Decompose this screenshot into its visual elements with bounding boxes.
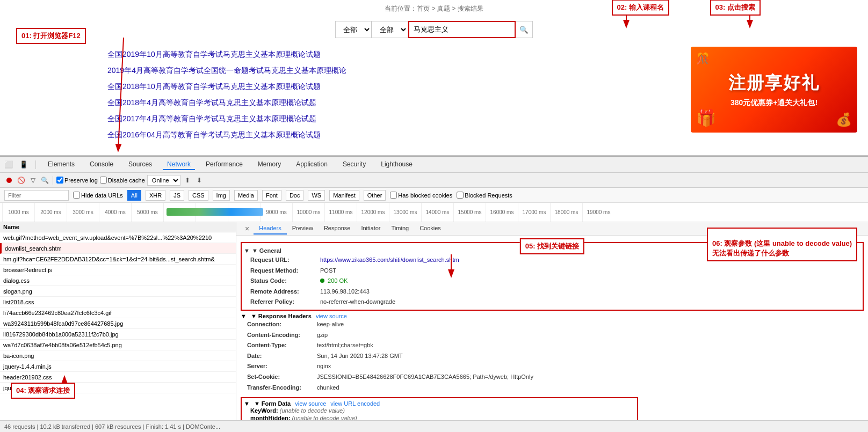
network-row[interactable]: dialog.css	[0, 275, 236, 286]
tab-performance[interactable]: Performance	[201, 159, 247, 170]
form-data-header: ▼ ▼ Form Data view source view URL encod…	[244, 400, 635, 407]
request-url-label: Request URL:	[250, 255, 320, 265]
resp-header-row: Transfer-Encoding: chunked	[241, 383, 864, 393]
resp-header-row: Content-Encoding: gzip	[241, 330, 864, 341]
hide-data-urls-checkbox[interactable]	[73, 192, 80, 199]
network-row-name: list2018.css	[3, 299, 233, 305]
result-item[interactable]: 全国2019年10月高等教育自学考试马克思主义基本原理概论试题	[107, 47, 750, 63]
filter-manifest-btn[interactable]: Manifest	[329, 190, 359, 201]
details-tab-timing[interactable]: Timing	[386, 223, 415, 235]
filter-js-btn[interactable]: JS	[170, 190, 184, 201]
resp-key: Set-Cookie:	[247, 372, 317, 382]
network-row-name: jquery-1.4.4.min.js	[3, 363, 233, 370]
filter-ws-btn[interactable]: WS	[308, 190, 325, 201]
network-row[interactable]: li816729300db84bb1a000a52311f2c7b0.jpg	[0, 329, 236, 340]
network-row[interactable]: jquery-1.4.4.min.js	[0, 361, 236, 372]
network-row[interactable]: ba-icon.png	[0, 350, 236, 361]
category-select-2[interactable]: 全部	[372, 21, 408, 38]
preserve-log-checkbox[interactable]	[56, 177, 63, 184]
disable-cache-checkbox[interactable]	[100, 177, 107, 184]
network-row-name: ba-icon.png	[3, 353, 233, 359]
result-item[interactable]: 全国2017年4月高等教育自学考试马克思主义基本原理概论试题	[107, 111, 750, 127]
filter-font-btn[interactable]: Font	[262, 190, 281, 201]
resp-val: gzip	[317, 331, 328, 340]
network-row[interactable]: header201902.css	[0, 372, 236, 383]
network-row[interactable]: hm.gif?hca=CE62FE2DDDAB312D&cc=1&ck=1&cl…	[0, 254, 236, 265]
network-toolbar: 🚫 ▽ 🔍 Preserve log Disable cache Online …	[0, 173, 868, 188]
tick: 5000 ms	[131, 203, 163, 222]
separator	[53, 176, 53, 185]
tab-sources[interactable]: Sources	[124, 159, 156, 170]
filter-input[interactable]	[4, 190, 69, 201]
details-tab-response[interactable]: Response	[319, 223, 356, 235]
filter-xhr-btn[interactable]: XHR	[146, 190, 165, 201]
export-icon[interactable]: ⬇	[194, 175, 204, 185]
network-row[interactable]: wa3924311b599b48fca0d97ce864427685.jpg	[0, 318, 236, 329]
search-icon[interactable]: 🔍	[40, 175, 49, 185]
category-select-1[interactable]: 全部	[335, 21, 372, 38]
tab-elements[interactable]: Elements	[44, 159, 79, 170]
filter-icon[interactable]: ▽	[28, 175, 38, 185]
search-button[interactable]: 🔍	[516, 21, 533, 38]
form-data-row: monthHidden: (unable to decode value)	[244, 414, 635, 420]
result-item[interactable]: 全国2018年10月高等教育自学考试马克思主义基本原理概论试题	[107, 79, 750, 95]
filter-other-btn[interactable]: Other	[364, 190, 386, 201]
tab-lighthouse[interactable]: Lighthouse	[377, 159, 417, 170]
network-row[interactable]: li74accb66e232469c80ea27fcfc6fc3c4.gif	[0, 307, 236, 318]
triangle-icon: ▼	[241, 313, 247, 319]
network-row[interactable]: list2018.css	[0, 297, 236, 307]
result-item[interactable]: 全国2018年4月高等教育自学考试马克思主义基本原理概论试题	[107, 95, 750, 111]
search-input[interactable]: 马克思主义	[408, 21, 516, 38]
tab-console[interactable]: Console	[85, 159, 118, 170]
filter-all-btn[interactable]: All	[127, 190, 141, 201]
network-row-name: downlist_search.shtm	[5, 245, 233, 252]
result-item[interactable]: 全国2016年04月高等教育自学考试马克思主义基本原理概论试题	[107, 127, 750, 143]
view-source-link[interactable]: view source	[316, 313, 347, 319]
network-row-name: hm.gif?hca=CE62FE2DDDAB312D&cc=1&ck=1&cl…	[3, 256, 233, 262]
device-icon[interactable]: 📱	[19, 160, 28, 169]
browser-area: 01: 打开浏览器F12 当前位置：首页 > 真题 > 搜索结果 02: 输入课…	[0, 0, 868, 156]
referrer-value: no-referrer-when-downgrade	[320, 297, 395, 307]
hide-data-urls-label: Hide data URLs	[73, 192, 123, 199]
resp-header-row: Content-Type: text/html;charset=gbk	[241, 340, 864, 351]
network-row[interactable]: slogan.png	[0, 286, 236, 297]
details-tab-headers[interactable]: Headers	[254, 223, 287, 235]
tab-memory[interactable]: Memory	[254, 159, 285, 170]
tick: 19000 ms	[582, 203, 614, 222]
filter-doc-btn[interactable]: Doc	[286, 190, 304, 201]
record-icon[interactable]	[4, 175, 14, 185]
network-row-name: browserRedirect.js	[3, 267, 233, 273]
inspector-icon[interactable]: ⬜	[4, 160, 13, 169]
clear-icon[interactable]: 🚫	[16, 175, 26, 185]
blocked-requests-checkbox[interactable]	[457, 192, 464, 199]
tick: 17000 ms	[518, 203, 550, 222]
details-tab-initiator[interactable]: Initiator	[356, 223, 386, 235]
network-row-highlighted[interactable]: downlist_search.shtm	[0, 243, 236, 254]
network-row[interactable]: web.gif?method=web_event_srv.upload&even…	[0, 232, 236, 243]
view-url-encoded-link[interactable]: view URL encoded	[330, 400, 380, 407]
tab-network[interactable]: Network	[163, 159, 195, 170]
filter-media-btn[interactable]: Media	[234, 190, 258, 201]
import-icon[interactable]: ⬆	[183, 175, 192, 185]
has-blocked-checkbox[interactable]	[390, 192, 397, 199]
resp-val: nginx	[317, 362, 331, 371]
name-column-header: Name	[3, 224, 19, 230]
resp-val: JSESSIONID=B5E48426628F0FC69A1CAB7E3CAA5…	[317, 372, 533, 382]
network-row[interactable]: browserRedirect.js	[0, 265, 236, 275]
details-tab-preview[interactable]: Preview	[287, 223, 319, 235]
filter-img-btn[interactable]: Img	[213, 190, 230, 201]
tab-security[interactable]: Security	[338, 159, 370, 170]
tick: 14000 ms	[421, 203, 453, 222]
filter-css-btn[interactable]: CSS	[189, 190, 208, 201]
response-headers-header: ▼ ▼ Response Headers view source	[241, 313, 864, 319]
details-tab-cookies[interactable]: Cookies	[414, 223, 446, 235]
throttle-select[interactable]: Online	[147, 175, 180, 186]
view-source-link[interactable]: view source	[295, 400, 326, 407]
close-icon[interactable]: ×	[241, 222, 254, 235]
resp-key: Connection:	[247, 320, 317, 330]
network-list-header: Name	[0, 222, 236, 232]
tab-application[interactable]: Application	[292, 159, 332, 170]
network-row-name: wa3924311b599b48fca0d97ce864427685.jpg	[3, 320, 233, 327]
result-item[interactable]: 2019年4月高等教育自学考试全国统一命题考试马克思主义基本原理概论	[107, 63, 750, 79]
network-row[interactable]: wa7d7c0638af7e4bb08fa06e512efb54c5.png	[0, 340, 236, 350]
